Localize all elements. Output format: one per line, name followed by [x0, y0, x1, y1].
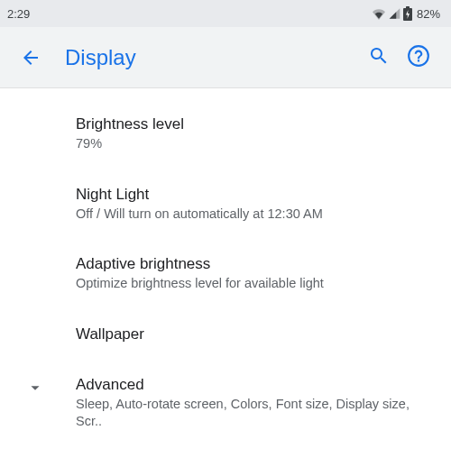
item-title: Night Light: [76, 186, 429, 204]
search-icon: [368, 45, 390, 70]
svg-point-2: [409, 46, 428, 66]
chevron-down-icon: [25, 378, 45, 401]
help-icon: [407, 44, 430, 71]
item-subtitle: Sleep, Auto-rotate screen, Colors, Font …: [76, 396, 429, 431]
item-wallpaper[interactable]: Wallpaper: [0, 309, 451, 360]
item-subtitle: Off / Will turn on automatically at 12:3…: [76, 206, 429, 224]
search-button[interactable]: [359, 38, 399, 78]
item-brightness-level[interactable]: Brightness level 79%: [0, 99, 451, 169]
item-title: Advanced: [76, 376, 429, 394]
battery-icon: [403, 6, 412, 21]
battery-percent: 82%: [417, 7, 440, 21]
item-adaptive-brightness[interactable]: Adaptive brightness Optimize brightness …: [0, 239, 451, 309]
item-title: Brightness level: [76, 115, 429, 133]
help-button[interactable]: [399, 38, 438, 78]
status-indicators: 82%: [372, 6, 440, 21]
item-advanced[interactable]: Advanced Sleep, Auto-rotate screen, Colo…: [0, 360, 451, 447]
cellular-icon: [388, 7, 401, 20]
status-time: 2:29: [7, 7, 30, 21]
settings-list: Brightness level 79% Night Light Off / W…: [0, 88, 451, 447]
svg-rect-1: [406, 6, 410, 9]
page-title: Display: [65, 45, 359, 70]
wifi-icon: [372, 7, 386, 20]
item-title: Adaptive brightness: [76, 255, 429, 273]
status-bar: 2:29 82%: [0, 0, 451, 27]
back-button[interactable]: [13, 40, 49, 76]
item-night-light[interactable]: Night Light Off / Will turn on automatic…: [0, 169, 451, 240]
item-subtitle: 79%: [76, 135, 429, 153]
item-subtitle: Optimize brightness level for available …: [76, 275, 429, 293]
app-bar: Display: [0, 27, 451, 88]
item-title: Wallpaper: [76, 325, 429, 343]
